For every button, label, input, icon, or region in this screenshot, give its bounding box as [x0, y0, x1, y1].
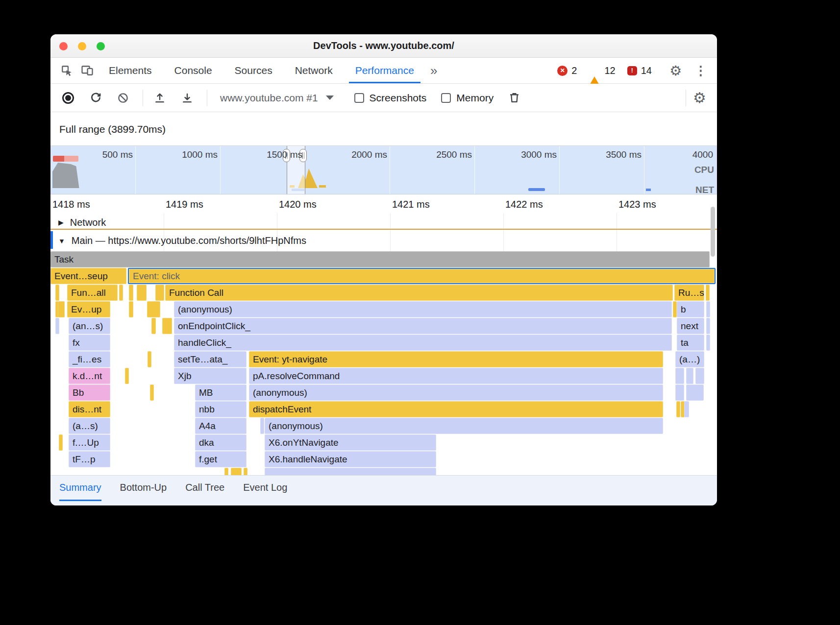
- tab-event-log[interactable]: Event Log: [243, 476, 287, 501]
- save-profile-button[interactable]: [177, 88, 197, 108]
- flame-bar[interactable]: [125, 368, 129, 384]
- flame-bar-k-d-nt[interactable]: k.d…nt: [69, 368, 110, 384]
- flame-bar[interactable]: [59, 434, 63, 451]
- flame-bar-x6-handlenavigate[interactable]: X6.handleNavigate: [265, 451, 436, 467]
- tab-elements[interactable]: Elements: [98, 58, 163, 83]
- flame-bar-fi-es[interactable]: _fi…es: [69, 351, 110, 367]
- flame-bar-anonymous[interactable]: (anonymous): [249, 385, 663, 401]
- flame-bar[interactable]: [147, 301, 160, 317]
- warning-badge[interactable]: ! 12: [589, 65, 615, 76]
- flame-bar-f-up[interactable]: f.…Up: [69, 434, 110, 451]
- reload-and-record-button[interactable]: [86, 88, 105, 108]
- flame-bar-an-s[interactable]: (an…s): [69, 318, 110, 334]
- flame-bar[interactable]: [162, 318, 172, 334]
- overflow-menu-icon[interactable]: ⋮: [694, 63, 711, 78]
- flame-bar-ru-s[interactable]: Ru…s: [674, 285, 704, 301]
- more-tabs-icon[interactable]: »: [425, 63, 442, 78]
- flame-bar-ev-up[interactable]: Ev…up: [67, 301, 110, 317]
- flame-bar[interactable]: [244, 468, 247, 475]
- flame-bar-bb[interactable]: Bb: [69, 385, 110, 401]
- flame-bar-event-seup[interactable]: Event…seup: [50, 268, 126, 284]
- issues-badge[interactable]: ! 14: [627, 65, 652, 76]
- flame-bar-mb[interactable]: MB: [195, 385, 247, 401]
- flame-bar-nbb[interactable]: nbb: [195, 401, 247, 417]
- flame-bar-ta[interactable]: ta: [677, 335, 704, 351]
- flame-chart[interactable]: TaskEvent…seupEvent: clickFun…allFunctio…: [50, 251, 717, 475]
- network-track-header[interactable]: ▶ Network: [50, 216, 717, 229]
- flame-bar[interactable]: [137, 285, 147, 301]
- flame-bar-xjb[interactable]: Xjb: [174, 368, 247, 384]
- flame-bar[interactable]: [686, 385, 704, 401]
- flame-bar[interactable]: [55, 318, 59, 334]
- tab-network[interactable]: Network: [284, 58, 344, 83]
- flame-bar-b[interactable]: b: [677, 301, 704, 317]
- flame-bar[interactable]: [706, 301, 710, 317]
- flame-bar[interactable]: [706, 285, 710, 301]
- device-toolbar-button[interactable]: [77, 61, 98, 80]
- flame-bar-tf-p[interactable]: tF…p: [69, 451, 110, 467]
- flame-bar[interactable]: [706, 318, 710, 334]
- screenshots-checkbox[interactable]: [354, 93, 364, 103]
- screenshots-checkbox-row[interactable]: Screenshots: [354, 92, 427, 104]
- flame-bar[interactable]: [151, 318, 156, 334]
- flame-bar[interactable]: [676, 401, 680, 417]
- flame-bar-onendpointclick[interactable]: onEndpointClick_: [174, 318, 672, 334]
- memory-checkbox-row[interactable]: Memory: [441, 92, 494, 104]
- flame-bar[interactable]: [686, 368, 693, 384]
- flame-bar[interactable]: [231, 468, 242, 475]
- flame-bar[interactable]: [673, 301, 677, 317]
- minimize-button[interactable]: [78, 42, 86, 50]
- flame-bar[interactable]: [684, 401, 689, 417]
- overview-strip[interactable]: CPU NET 500 ms1000 ms1500 ms2000 ms2500 …: [50, 145, 717, 194]
- flame-bar[interactable]: [148, 351, 151, 367]
- tab-bottom-up[interactable]: Bottom-Up: [120, 476, 167, 501]
- history-select[interactable]: www.youtube.com #1: [220, 92, 334, 104]
- collect-garbage-button[interactable]: [504, 88, 524, 108]
- error-badge[interactable]: ✕ 2: [557, 65, 577, 76]
- flame-bar[interactable]: [119, 285, 123, 301]
- flame-bar[interactable]: [129, 301, 133, 317]
- flame-bar-fun-all[interactable]: Fun…all: [67, 285, 118, 301]
- tab-performance[interactable]: Performance: [344, 58, 425, 83]
- flame-bar-dispatchevent[interactable]: dispatchEvent: [249, 401, 663, 417]
- close-button[interactable]: [59, 42, 68, 50]
- inspect-element-button[interactable]: [56, 61, 77, 80]
- flame-bar-f-get[interactable]: f.get: [195, 451, 247, 467]
- flame-bar[interactable]: [260, 418, 264, 434]
- flame-bar[interactable]: [129, 285, 133, 301]
- flame-bar[interactable]: [706, 335, 710, 351]
- flame-bar-anonymous[interactable]: (anonymous): [174, 301, 672, 317]
- flame-bar-dka[interactable]: dka: [195, 434, 247, 451]
- flame-bar-event-yt-navigate[interactable]: Event: yt-navigate: [249, 351, 663, 367]
- flame-bar[interactable]: [695, 368, 704, 384]
- capture-settings-gear-icon[interactable]: ⚙: [693, 89, 706, 106]
- flame-bar-pa-resolvecommand[interactable]: pA.resolveCommand: [249, 368, 663, 384]
- flame-bar[interactable]: [675, 368, 684, 384]
- flame-bar-sette-ata[interactable]: setTe…ata_: [174, 351, 247, 367]
- load-profile-button[interactable]: [150, 88, 170, 108]
- flame-bar-a-s[interactable]: (a…s): [69, 418, 110, 434]
- flame-bar[interactable]: [58, 301, 65, 317]
- main-track-header[interactable]: ▼ Main — https://www.youtube.com/shorts/…: [50, 230, 717, 251]
- flame-bar-dis-nt[interactable]: dis…nt: [69, 401, 110, 417]
- clear-recording-button[interactable]: [113, 88, 133, 108]
- flame-bar[interactable]: [55, 285, 59, 301]
- flame-bar-x6-onytnavigate[interactable]: X6.onYtNavigate: [265, 434, 436, 451]
- memory-checkbox[interactable]: [441, 93, 451, 103]
- flame-bar-function-call[interactable]: Function Call: [165, 285, 673, 301]
- flame-bar[interactable]: [224, 468, 228, 475]
- zoom-button[interactable]: [97, 42, 105, 50]
- flame-bar[interactable]: [155, 285, 164, 301]
- collapsed-arrow-icon[interactable]: ▶: [58, 218, 64, 226]
- time-ruler[interactable]: 1418 ms1419 ms1420 ms1421 ms1422 ms1423 …: [50, 194, 717, 216]
- tab-summary[interactable]: Summary: [59, 476, 101, 501]
- flame-bar-handleclick[interactable]: handleClick_: [174, 335, 672, 351]
- flame-bar-event-click[interactable]: Event: click: [128, 268, 716, 284]
- settings-gear-icon[interactable]: ⚙: [669, 63, 682, 79]
- flame-bar[interactable]: [150, 385, 154, 401]
- flame-bar[interactable]: [675, 385, 684, 401]
- tab-sources[interactable]: Sources: [223, 58, 284, 83]
- flame-bar-fx[interactable]: fx: [69, 335, 110, 351]
- flame-bar-next[interactable]: next: [677, 318, 704, 334]
- flame-bar-a[interactable]: (a…): [675, 351, 704, 367]
